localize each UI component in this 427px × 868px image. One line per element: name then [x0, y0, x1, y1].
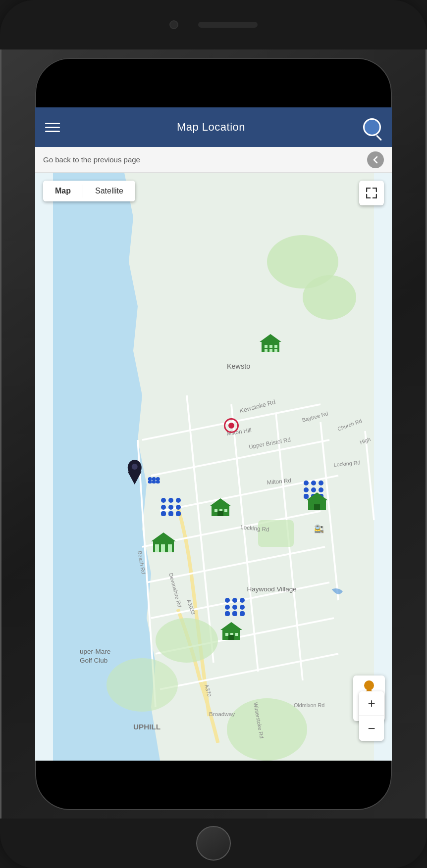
- svg-point-38: [168, 498, 173, 503]
- svg-rect-58: [274, 345, 277, 348]
- building-cluster-icon: [306, 490, 328, 511]
- back-navigation: Go back to the previous page: [35, 147, 392, 173]
- svg-rect-60: [269, 349, 272, 352]
- location-dot: [228, 423, 234, 429]
- svg-rect-69: [161, 544, 165, 548]
- svg-rect-68: [155, 544, 159, 548]
- svg-rect-80: [228, 635, 234, 640]
- svg-rect-72: [161, 548, 165, 552]
- svg-text:uper-Mare: uper-Mare: [80, 648, 110, 655]
- app-header: Map Location: [35, 107, 392, 147]
- svg-rect-77: [225, 633, 228, 636]
- fullscreen-button[interactable]: [359, 181, 384, 205]
- svg-rect-79: [235, 633, 238, 636]
- building-icon-center: [210, 496, 231, 517]
- svg-point-46: [304, 481, 309, 485]
- drop-pin-marker: [126, 459, 165, 486]
- zoom-controls: + −: [359, 691, 384, 741]
- pin-people-icon: [146, 477, 165, 484]
- svg-text:Kewsto: Kewsto: [227, 362, 250, 370]
- svg-rect-34: [148, 481, 152, 483]
- svg-rect-88: [232, 611, 237, 616]
- svg-point-47: [311, 481, 316, 485]
- screen: Map Location Go back to the previous pag…: [35, 107, 392, 761]
- svg-point-41: [168, 505, 173, 510]
- map-background: Kewstoke Rd Upper Bristol Rd Milton Rd L…: [35, 173, 392, 761]
- svg-point-84: [225, 605, 230, 610]
- svg-rect-89: [240, 611, 245, 616]
- svg-point-4: [156, 618, 218, 663]
- building-icon-top: [260, 332, 281, 353]
- satellite-view-button[interactable]: Satellite: [83, 181, 135, 201]
- people-cluster-icon-1: [159, 496, 183, 517]
- zoom-out-button[interactable]: −: [359, 716, 384, 741]
- building-marker-bottom-center: [220, 620, 242, 643]
- svg-rect-43: [161, 511, 166, 516]
- svg-rect-71: [155, 548, 159, 552]
- svg-point-86: [240, 605, 245, 610]
- svg-text:Haywood Village: Haywood Village: [247, 585, 297, 593]
- back-nav-text: Go back to the previous page: [43, 155, 140, 164]
- svg-rect-63: [214, 509, 217, 512]
- svg-point-85: [232, 605, 237, 610]
- phone-device: Map Location Go back to the previous pag…: [0, 0, 427, 868]
- svg-rect-65: [224, 509, 227, 512]
- phone-top-bezel: [0, 0, 427, 49]
- search-icon: [363, 118, 381, 136]
- svg-point-5: [107, 658, 178, 712]
- svg-point-2: [303, 275, 356, 320]
- building-marker-top: [260, 332, 281, 355]
- svg-rect-73: [168, 548, 172, 552]
- svg-rect-59: [265, 349, 267, 352]
- building-cluster-right: [306, 490, 328, 513]
- svg-rect-87: [225, 611, 230, 616]
- building-icon-bottom: [220, 620, 242, 641]
- svg-point-37: [161, 498, 166, 503]
- phone-bottom-bezel: [0, 819, 427, 868]
- svg-rect-44: [168, 511, 173, 516]
- svg-rect-45: [176, 511, 181, 516]
- svg-rect-35: [152, 481, 156, 483]
- svg-text:Golf Club: Golf Club: [80, 657, 107, 664]
- svg-text:Broadway: Broadway: [209, 711, 235, 717]
- svg-rect-61: [274, 349, 277, 352]
- svg-point-40: [161, 505, 166, 510]
- search-button[interactable]: [362, 117, 382, 137]
- black-pin-icon: [126, 459, 144, 484]
- svg-text:UPHILL: UPHILL: [133, 723, 160, 731]
- svg-point-48: [319, 481, 323, 485]
- hamburger-menu-button[interactable]: [45, 123, 60, 132]
- svg-point-30: [132, 464, 138, 470]
- header-title: Map Location: [177, 121, 245, 134]
- people-cluster-bottom: [222, 596, 247, 619]
- svg-point-31: [148, 477, 152, 481]
- svg-point-39: [176, 498, 181, 503]
- back-button[interactable]: [367, 151, 384, 168]
- svg-point-32: [152, 477, 156, 481]
- svg-text:🚉: 🚉: [314, 524, 324, 534]
- map-toggle: Map Satellite: [43, 181, 135, 201]
- zoom-in-button[interactable]: +: [359, 691, 384, 716]
- svg-rect-3: [258, 520, 294, 547]
- svg-point-81: [225, 598, 230, 603]
- fullscreen-icon: [366, 188, 377, 198]
- home-button[interactable]: [196, 826, 231, 861]
- map-container[interactable]: Kewstoke Rd Upper Bristol Rd Milton Rd L…: [35, 173, 392, 761]
- people-cluster-left: [159, 496, 183, 519]
- svg-point-83: [240, 598, 245, 603]
- svg-point-90: [364, 680, 374, 690]
- building-marker-center: [210, 496, 231, 519]
- map-view-button[interactable]: Map: [43, 181, 83, 201]
- svg-rect-70: [168, 544, 172, 548]
- svg-rect-56: [265, 345, 267, 348]
- svg-point-33: [156, 477, 160, 481]
- svg-rect-66: [217, 511, 223, 516]
- people-cluster-icon-bottom: [222, 596, 247, 617]
- phone-inner: Map Location Go back to the previous pag…: [35, 58, 392, 810]
- svg-rect-36: [156, 481, 160, 483]
- svg-rect-75: [314, 504, 320, 510]
- svg-text:Oldmixon Rd: Oldmixon Rd: [294, 702, 324, 708]
- building-icon-lower-left: [151, 530, 176, 553]
- svg-point-82: [232, 598, 237, 603]
- svg-rect-57: [269, 345, 272, 348]
